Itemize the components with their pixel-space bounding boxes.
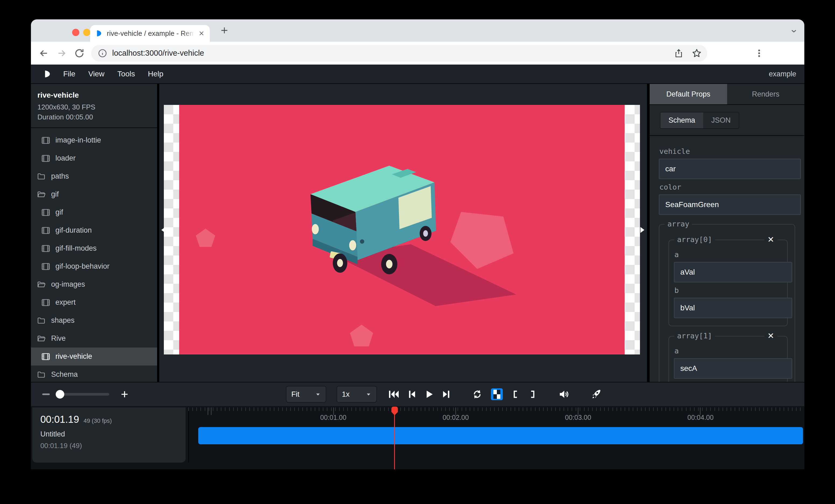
reload-icon[interactable]	[74, 47, 85, 59]
sidebar-item-paths[interactable]: paths	[31, 167, 157, 185]
browser-menu-kebab-icon[interactable]	[754, 48, 764, 58]
browser-tab-bar: rive-vehicle / example - Remot	[31, 19, 805, 42]
minimize-window-button[interactable]	[83, 29, 90, 36]
folder-icon	[37, 316, 46, 325]
array-0-a-field[interactable]	[674, 262, 792, 282]
remove-array-1-icon[interactable]: ✕	[764, 331, 777, 340]
toggle-json[interactable]: JSON	[703, 112, 739, 128]
share-icon[interactable]	[674, 48, 684, 58]
zoom-out-icon[interactable]	[42, 394, 50, 395]
project-name-label: example	[769, 70, 796, 78]
tab-default-props[interactable]: Default Props	[650, 84, 727, 104]
remotion-logo-icon	[43, 69, 52, 79]
track-name: Untitled	[40, 430, 178, 438]
sidebar-item-gif-folder[interactable]: gif	[31, 185, 157, 203]
timeline-track-bar[interactable]	[198, 427, 803, 444]
collapse-right-panel-icon[interactable]	[639, 227, 645, 233]
sidebar-item-rive-folder[interactable]: Rive	[31, 330, 157, 348]
tab-favicon-remotion-icon	[95, 29, 103, 37]
menu-help[interactable]: Help	[148, 70, 164, 78]
remove-array-0-icon[interactable]: ✕	[764, 235, 777, 244]
sidebar-item-schema[interactable]: Schema	[31, 365, 157, 382]
film-icon	[41, 208, 50, 217]
menu-tools[interactable]: Tools	[117, 70, 135, 78]
menu-file[interactable]: File	[63, 70, 75, 78]
toggle-schema[interactable]: Schema	[660, 112, 703, 128]
film-icon	[41, 352, 50, 361]
tab-renders[interactable]: Renders	[727, 84, 805, 104]
sidebar-item-shapes[interactable]: shapes	[31, 311, 157, 330]
site-info-icon[interactable]	[98, 48, 107, 58]
new-tab-button[interactable]	[219, 25, 229, 36]
film-icon	[41, 262, 50, 271]
close-window-button[interactable]	[72, 29, 79, 36]
menu-view[interactable]: View	[88, 70, 104, 78]
composition-info: rive-vehicle 1200x630, 30 FPS Duration 0…	[31, 84, 157, 128]
sidebar-item-label: paths	[51, 172, 69, 181]
previous-frame-icon[interactable]	[408, 390, 416, 399]
canvas-zoom-slider[interactable]	[59, 393, 109, 396]
bookmark-star-icon[interactable]	[692, 48, 702, 58]
array-legend: array	[665, 220, 692, 228]
playback-controls-bar: Fit 1x	[31, 382, 805, 406]
url-text: localhost:3000/rive-vehicle	[112, 49, 674, 58]
out-point-bracket-icon[interactable]	[528, 389, 537, 400]
transparency-checkerboard-icon[interactable]	[491, 388, 503, 400]
vehicle-artwork	[164, 105, 640, 355]
sidebar-item-loader[interactable]: loader	[31, 149, 157, 167]
film-icon	[41, 154, 50, 163]
vehicle-field[interactable]	[659, 159, 801, 179]
array-0-fieldset: array[0] ✕ a b	[669, 239, 788, 326]
video-frame	[164, 105, 640, 355]
sidebar-item-image-in-lottie[interactable]: image-in-lottie	[31, 131, 157, 149]
props-panel: Default Props Renders Schema JSON vehicl…	[650, 84, 805, 382]
loop-icon[interactable]	[472, 389, 483, 400]
skip-to-start-icon[interactable]	[388, 390, 400, 399]
render-rocket-icon[interactable]	[590, 388, 602, 400]
color-field[interactable]	[659, 194, 801, 215]
sidebar-item-gif-loop-behavior[interactable]: gif-loop-behavior	[31, 257, 157, 275]
playhead-line	[394, 413, 395, 469]
sidebar-item-label: Rive	[51, 334, 66, 343]
folder-open-icon	[37, 334, 46, 343]
a-label: a	[674, 250, 782, 259]
sidebar-item-gif-fill-modes[interactable]: gif-fill-modes	[31, 239, 157, 257]
back-icon[interactable]	[38, 47, 50, 59]
url-bar[interactable]: localhost:3000/rive-vehicle	[91, 45, 707, 62]
tab-title: rive-vehicle / example - Remot	[107, 29, 194, 38]
timeline-ruler[interactable]: 00:01.00 00:02.00 00:03.00 00:04.00	[188, 406, 803, 422]
sidebar-item-og-images[interactable]: og-images	[31, 275, 157, 293]
in-point-bracket-icon[interactable]	[511, 389, 520, 400]
b-label: b	[674, 286, 782, 294]
film-icon	[41, 136, 50, 145]
ruler-label: 00:01.00	[320, 414, 346, 421]
array-0-b-field[interactable]	[674, 298, 792, 318]
zoom-slider-thumb[interactable]	[56, 390, 64, 399]
canvas-size-select[interactable]: Fit	[286, 386, 326, 403]
folder-icon	[37, 172, 46, 181]
array-1-a-field[interactable]	[674, 358, 792, 379]
array-fieldset: array array[0] ✕ a b array[1] ✕ a	[659, 224, 795, 382]
tab-list-chevron-icon[interactable]	[790, 27, 798, 35]
sidebar-item-expert[interactable]: expert	[31, 293, 157, 311]
playback-speed-select[interactable]: 1x	[337, 386, 377, 403]
zoom-in-icon[interactable]	[120, 390, 129, 399]
forward-icon[interactable]	[56, 47, 67, 59]
play-icon[interactable]	[424, 390, 434, 399]
sidebar-item-label: gif-duration	[56, 226, 92, 234]
timeline-info-card: 00:01.19 49 (30 fps) Untitled 00:01.19 (…	[32, 407, 186, 463]
ruler-label: 00:02.00	[443, 414, 469, 421]
tab-close-icon[interactable]	[198, 30, 205, 37]
sidebar-item-gif[interactable]: gif	[31, 203, 157, 221]
folder-open-icon	[37, 190, 46, 199]
speed-select-value: 1x	[342, 390, 350, 399]
collapse-left-panel-icon[interactable]	[160, 227, 166, 233]
volume-icon[interactable]	[558, 389, 570, 400]
film-icon	[41, 298, 50, 307]
sidebar-item-rive-vehicle[interactable]: rive-vehicle	[31, 348, 157, 365]
vehicle-label: vehicle	[659, 147, 795, 155]
sidebar-item-gif-duration[interactable]: gif-duration	[31, 221, 157, 239]
frame-info: 49 (30 fps)	[83, 417, 111, 424]
browser-tab[interactable]: rive-vehicle / example - Remot	[90, 25, 210, 42]
next-frame-icon[interactable]	[442, 390, 451, 399]
